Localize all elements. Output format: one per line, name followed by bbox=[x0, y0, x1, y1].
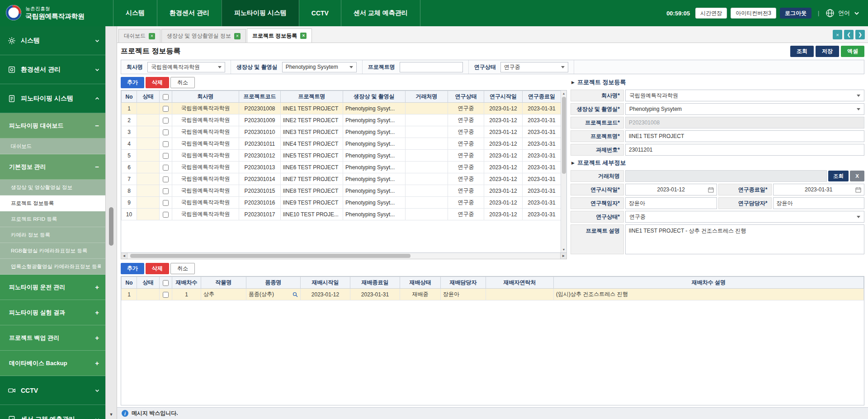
top-nav-item[interactable]: 센서 교체 예측관리 bbox=[341, 0, 420, 26]
table-row[interactable]: 1국립원예특작과학원P202301008lINE1 TEST PROJECTPh… bbox=[122, 103, 561, 114]
chamber-filter-select[interactable]: Phenotyping Sysytem bbox=[282, 62, 357, 72]
crop-cancel-button[interactable]: 취소 bbox=[170, 263, 195, 274]
sidebar-scroll-down-icon[interactable]: ▼ bbox=[106, 412, 117, 417]
save-button[interactable]: 저장 bbox=[816, 46, 839, 57]
search-button[interactable]: 조회 bbox=[790, 46, 814, 57]
grid-vertical-scrollbar[interactable]: ▲ ▼ bbox=[561, 90, 566, 252]
row-checkbox[interactable] bbox=[163, 129, 169, 135]
globe-icon[interactable] bbox=[826, 9, 835, 18]
top-nav-item[interactable]: 환경센서 관리 bbox=[157, 0, 222, 26]
row-checkbox[interactable] bbox=[163, 188, 169, 194]
row-checkbox[interactable] bbox=[163, 212, 169, 218]
sidebar-item[interactable]: 프로젝트 RFID 등록 bbox=[0, 211, 105, 227]
manager-field[interactable]: 장윤아 bbox=[773, 197, 865, 209]
sidebar-item[interactable]: 프로젝트 백업 관리+ bbox=[0, 325, 105, 351]
delete-button[interactable]: 삭제 bbox=[146, 77, 169, 88]
project-name-field[interactable]: lINE1 TEST PROJECT bbox=[625, 130, 864, 142]
start-date-field[interactable]: 2023-01-12 bbox=[625, 184, 717, 195]
table-row[interactable]: 9국립원예특작과학원P202301016lINE9 TEST PROJECTPh… bbox=[122, 197, 561, 209]
row-checkbox[interactable] bbox=[163, 292, 169, 298]
tab[interactable]: 생장상 및 영상촬영실 정보× bbox=[161, 29, 246, 43]
client-search-button[interactable]: 조회 bbox=[828, 171, 849, 181]
next-tab-button[interactable]: ❯ bbox=[855, 30, 865, 39]
tab-close-icon[interactable]: × bbox=[149, 33, 155, 39]
sidebar-scrollbar[interactable]: ▼ bbox=[105, 26, 117, 419]
row-checkbox[interactable] bbox=[163, 200, 169, 206]
cancel-button[interactable]: 취소 bbox=[170, 77, 195, 88]
crop-add-button[interactable]: 추가 bbox=[121, 263, 144, 274]
sidebar-item[interactable]: 엽록소형광촬영실 카메라좌표정보 등록 bbox=[0, 259, 105, 275]
sidebar-item[interactable]: 피노타이핑 시스템 bbox=[0, 84, 105, 113]
extend-time-button[interactable]: 시간연장 bbox=[695, 8, 727, 19]
task-number-field[interactable]: 23011201 bbox=[625, 144, 864, 156]
scroll-up-icon[interactable]: ▲ bbox=[561, 90, 566, 96]
tab[interactable]: 프로젝트 정보등록× bbox=[247, 29, 312, 43]
row-checkbox[interactable] bbox=[163, 176, 169, 182]
sidebar-item[interactable]: 피노타이핑 대쉬보드− bbox=[0, 113, 105, 138]
grid-vscroll-thumb[interactable] bbox=[562, 97, 566, 174]
chamber-select[interactable]: Phenotyping Sysytem bbox=[625, 103, 864, 115]
language-label[interactable]: 언어 bbox=[838, 9, 850, 17]
scroll-right-icon[interactable]: ► bbox=[560, 253, 566, 259]
tab[interactable]: 대쉬보드× bbox=[118, 29, 160, 43]
sidebar-item[interactable]: 데이타베이스 Backup+ bbox=[0, 351, 105, 376]
table-row[interactable]: 2국립원예특작과학원P202301009lINE2 TEST PROJECTPh… bbox=[122, 114, 561, 126]
sidebar-item[interactable]: 기본정보 관리− bbox=[0, 154, 105, 180]
grid-horizontal-scrollbar[interactable]: ◄ ► bbox=[121, 253, 567, 259]
top-nav-item[interactable]: 시스템 bbox=[113, 0, 157, 26]
leader-field[interactable]: 장윤아 bbox=[625, 197, 717, 209]
tab-close-icon[interactable]: × bbox=[234, 33, 241, 39]
company-filter-select[interactable]: 국립원예특작과학원 bbox=[147, 62, 225, 72]
select-all-checkbox[interactable] bbox=[163, 94, 169, 100]
user-button[interactable]: 아이티컨버전3 bbox=[731, 8, 776, 19]
client-field[interactable] bbox=[625, 170, 827, 182]
row-checkbox[interactable] bbox=[163, 153, 169, 159]
top-nav-item[interactable]: 피노타이핑 시스템 bbox=[222, 0, 299, 26]
research-status-select[interactable]: 연구중 bbox=[625, 211, 864, 223]
sidebar-item[interactable]: 환경센서 관리 bbox=[0, 55, 105, 84]
table-row[interactable]: 8국립원예특작과학원P202301015lINE8 TEST PROJECTPh… bbox=[122, 185, 561, 197]
client-clear-button[interactable]: X bbox=[850, 171, 864, 181]
excel-button[interactable]: 엑셀 bbox=[841, 46, 864, 57]
tab-close-icon[interactable]: × bbox=[300, 33, 307, 39]
end-date-field[interactable]: 2023-01-31 bbox=[773, 184, 865, 195]
table-row[interactable]: 6국립원예특작과학원P202301013lINE6 TEST PROJECTPh… bbox=[122, 162, 561, 173]
sidebar-item[interactable]: 대쉬보드 bbox=[0, 138, 105, 154]
table-row[interactable]: 4국립원예특작과학원P202301011lINE4 TEST PROJECTPh… bbox=[122, 138, 561, 150]
table-row[interactable]: 10국립원예특작과학원P202301017lINE10 TEST PROJE..… bbox=[122, 209, 561, 220]
logout-button[interactable]: 로그아웃 bbox=[780, 8, 811, 19]
sidebar-item[interactable]: 카메라 정보 등록 bbox=[0, 227, 105, 243]
sidebar-item[interactable]: 피노타이핑 실험 결과+ bbox=[0, 300, 105, 325]
prev-tab-button[interactable]: ❮ bbox=[844, 30, 854, 39]
sidebar-item[interactable]: 생장상 및 영상촬영실 정보 bbox=[0, 180, 105, 195]
grid-hscroll-thumb[interactable] bbox=[130, 254, 410, 258]
project-name-input[interactable] bbox=[400, 62, 463, 72]
add-button[interactable]: 추가 bbox=[121, 77, 144, 88]
row-checkbox[interactable] bbox=[163, 118, 169, 124]
crop-delete-button[interactable]: 삭제 bbox=[146, 263, 169, 274]
table-row[interactable]: 3국립원예특작과학원P202301010lINE3 TEST PROJECTPh… bbox=[122, 126, 561, 138]
sidebar-item[interactable]: 피노타이핑 운전 관리+ bbox=[0, 275, 105, 300]
select-all-checkbox[interactable] bbox=[163, 280, 169, 286]
table-row[interactable]: 5국립원예특작과학원P202301012lINE5 TEST PROJECTPh… bbox=[122, 150, 561, 162]
row-checkbox[interactable] bbox=[163, 165, 169, 171]
top-nav-item[interactable]: CCTV bbox=[299, 0, 341, 26]
status-filter-select[interactable]: 연구중 bbox=[500, 62, 568, 72]
table-row[interactable]: 7국립원예특작과학원P202301014lINE7 TEST PROJECTPh… bbox=[122, 173, 561, 185]
sidebar-item[interactable]: 센서 교체 예측관리 bbox=[0, 405, 105, 419]
sidebar-item[interactable]: RGB촬영실 카메라좌표정보 등록 bbox=[0, 243, 105, 259]
company-select[interactable]: 국립원예특작과학원 bbox=[625, 90, 864, 101]
chevron-down-icon[interactable] bbox=[854, 10, 860, 16]
sidebar-scrollbar-thumb[interactable] bbox=[109, 207, 113, 246]
description-field[interactable]: lINE1 TEST PROJECT - 상추 건조스트레스 진행 bbox=[625, 224, 864, 254]
row-checkbox[interactable] bbox=[163, 106, 169, 112]
sidebar-item[interactable]: 프로젝트 정보등록 bbox=[0, 195, 105, 211]
sidebar-item[interactable]: 시스템 bbox=[0, 26, 105, 55]
close-all-tabs-button[interactable]: × bbox=[833, 30, 842, 39]
row-checkbox[interactable] bbox=[163, 141, 169, 147]
scroll-down-icon[interactable]: ▼ bbox=[561, 247, 566, 252]
scroll-left-icon[interactable]: ◄ bbox=[121, 253, 127, 259]
search-icon[interactable] bbox=[292, 292, 298, 297]
table-row[interactable]: 11상추품종(상추)2023-01-122023-01-31재배중장윤아(임시)… bbox=[122, 289, 864, 300]
sidebar-item[interactable]: CCTV bbox=[0, 376, 105, 405]
